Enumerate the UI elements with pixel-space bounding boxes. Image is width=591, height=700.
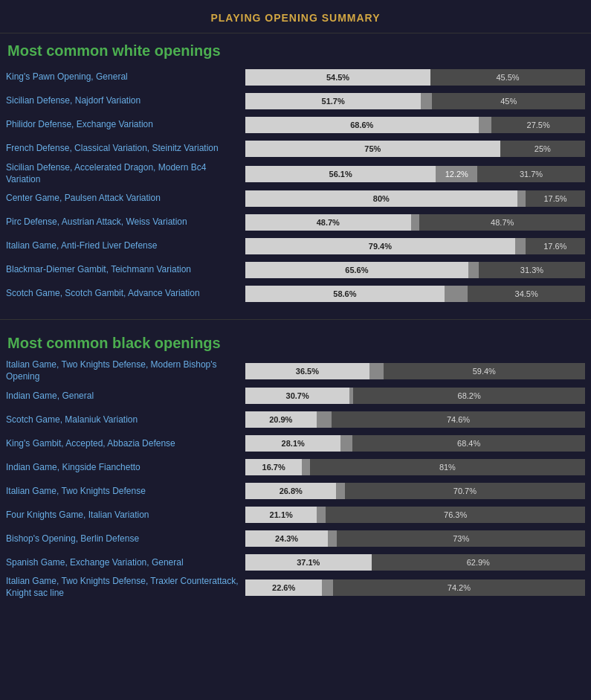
opening-name[interactable]: Sicilian Defense, Najdorf Variation bbox=[6, 95, 245, 107]
opening-name[interactable]: Scotch Game, Scotch Gambit, Advance Vari… bbox=[6, 288, 245, 300]
white-bar: 20.9% bbox=[245, 411, 317, 428]
white-bar: 22.6% bbox=[245, 579, 322, 596]
bar-container: 36.5%59.4% bbox=[245, 363, 585, 379]
opening-name[interactable]: Spanish Game, Exchange Variation, Genera… bbox=[6, 557, 245, 569]
opening-name[interactable]: King's Pawn Opening, General bbox=[6, 71, 245, 83]
black-openings-list: Italian Game, Two Knights Defense, Moder… bbox=[6, 359, 585, 599]
black-bar: 25% bbox=[500, 141, 585, 157]
table-row: Pirc Defense, Austrian Attack, Weiss Var… bbox=[6, 212, 585, 233]
draw-bar bbox=[317, 411, 332, 428]
black-bar: 73% bbox=[337, 530, 585, 547]
white-bar: 75% bbox=[245, 141, 500, 157]
white-bar: 26.8% bbox=[245, 483, 336, 499]
bar-container: 22.6%74.2% bbox=[245, 579, 585, 596]
table-row: Center Game, Paulsen Attack Variation80%… bbox=[6, 188, 585, 209]
black-bar: 34.5% bbox=[468, 286, 585, 302]
white-bar: 51.7% bbox=[245, 93, 421, 109]
opening-name[interactable]: Blackmar-Diemer Gambit, Teichmann Variat… bbox=[6, 264, 245, 276]
draw-bar bbox=[340, 435, 352, 452]
black-bar: 17.6% bbox=[526, 238, 585, 254]
page-container: PLAYING OPENING SUMMARY Most common whit… bbox=[0, 0, 591, 609]
opening-name[interactable]: Center Game, Paulsen Attack Variation bbox=[6, 193, 245, 205]
draw-bar: 12.2% bbox=[436, 166, 477, 182]
white-bar: 30.7% bbox=[245, 388, 349, 404]
table-row: Indian Game, Kingside Fianchetto16.7%81% bbox=[6, 457, 585, 478]
bar-container: 56.1%12.2%31.7% bbox=[245, 166, 585, 182]
draw-bar bbox=[317, 507, 326, 523]
table-row: Italian Game, Anti-Fried Liver Defense79… bbox=[6, 236, 585, 257]
bar-container: 37.1%62.9% bbox=[245, 554, 585, 571]
bar-container: 58.6%34.5% bbox=[245, 286, 585, 302]
black-bar: 68.4% bbox=[352, 435, 585, 452]
black-bar: 76.3% bbox=[326, 507, 585, 523]
draw-bar bbox=[328, 530, 337, 547]
bar-container: 65.6%31.3% bbox=[245, 262, 585, 278]
white-bar: 54.5% bbox=[245, 69, 430, 86]
black-bar: 62.9% bbox=[372, 554, 585, 571]
opening-name[interactable]: Italian Game, Two Knights Defense, Traxl… bbox=[6, 576, 245, 599]
table-row: Blackmar-Diemer Gambit, Teichmann Variat… bbox=[6, 260, 585, 280]
black-bar: 59.4% bbox=[384, 363, 585, 379]
white-bar: 28.1% bbox=[245, 435, 340, 452]
table-row: Italian Game, Two Knights Defense, Moder… bbox=[6, 359, 585, 382]
black-bar: 74.2% bbox=[333, 579, 585, 596]
bar-container: 80%17.5% bbox=[245, 190, 585, 207]
table-row: King's Pawn Opening, General54.5%45.5% bbox=[6, 67, 585, 88]
bar-container: 68.6%27.5% bbox=[245, 117, 585, 133]
opening-name[interactable]: Scotch Game, Malaniuk Variation bbox=[6, 414, 245, 426]
bar-container: 54.5%45.5% bbox=[245, 69, 585, 86]
white-bar: 37.1% bbox=[245, 554, 372, 571]
draw-bar bbox=[336, 483, 344, 499]
white-bar: 21.1% bbox=[245, 507, 317, 523]
table-row: Italian Game, Two Knights Defense26.8%70… bbox=[6, 481, 585, 501]
table-row: Indian Game, General30.7%68.2% bbox=[6, 385, 585, 406]
bar-container: 48.7%48.7% bbox=[245, 214, 585, 231]
opening-name[interactable]: French Defense, Classical Variation, Ste… bbox=[6, 143, 245, 155]
white-openings-section: Most common white openings King's Pawn O… bbox=[0, 33, 591, 313]
opening-name[interactable]: Sicilian Defense, Accelerated Dragon, Mo… bbox=[6, 162, 245, 185]
white-bar: 16.7% bbox=[245, 459, 302, 475]
black-bar: 45% bbox=[432, 93, 585, 109]
bar-container: 79.4%17.6% bbox=[245, 238, 585, 254]
black-bar: 27.5% bbox=[491, 117, 585, 133]
opening-name[interactable]: Indian Game, Kingside Fianchetto bbox=[6, 462, 245, 474]
bar-container: 21.1%76.3% bbox=[245, 507, 585, 523]
black-bar: 45.5% bbox=[430, 69, 585, 86]
draw-bar bbox=[517, 190, 526, 207]
white-bar: 65.6% bbox=[245, 262, 468, 278]
white-bar: 79.4% bbox=[245, 238, 515, 254]
page-title: PLAYING OPENING SUMMARY bbox=[0, 0, 591, 33]
opening-name[interactable]: Bishop's Opening, Berlin Defense bbox=[6, 533, 245, 545]
bar-container: 24.3%73% bbox=[245, 530, 585, 547]
opening-name[interactable]: King's Gambit, Accepted, Abbazia Defense bbox=[6, 438, 245, 450]
black-openings-section: Most common black openings Italian Game,… bbox=[0, 326, 591, 608]
draw-bar bbox=[322, 579, 333, 596]
draw-bar bbox=[302, 459, 310, 475]
opening-name[interactable]: Pirc Defense, Austrian Attack, Weiss Var… bbox=[6, 216, 245, 228]
white-bar: 68.6% bbox=[245, 117, 479, 133]
opening-name[interactable]: Italian Game, Two Knights Defense bbox=[6, 486, 245, 498]
table-row: French Defense, Classical Variation, Ste… bbox=[6, 138, 585, 159]
opening-name[interactable]: Italian Game, Anti-Fried Liver Defense bbox=[6, 240, 245, 252]
bar-container: 16.7%81% bbox=[245, 459, 585, 475]
black-bar: 81% bbox=[310, 459, 585, 475]
draw-bar bbox=[515, 238, 526, 254]
white-bar: 56.1% bbox=[245, 166, 436, 182]
table-row: Philidor Defense, Exchange Variation68.6… bbox=[6, 115, 585, 135]
black-bar: 17.5% bbox=[526, 190, 585, 207]
opening-name[interactable]: Italian Game, Two Knights Defense, Moder… bbox=[6, 359, 245, 382]
opening-name[interactable]: Four Knights Game, Italian Variation bbox=[6, 510, 245, 521]
table-row: Bishop's Opening, Berlin Defense24.3%73% bbox=[6, 528, 585, 549]
white-bar: 36.5% bbox=[245, 363, 369, 379]
black-bar: 31.7% bbox=[477, 166, 585, 182]
bar-container: 26.8%70.7% bbox=[245, 483, 585, 499]
opening-name[interactable]: Philidor Defense, Exchange Variation bbox=[6, 119, 245, 131]
white-section-title: Most common white openings bbox=[6, 42, 585, 60]
white-bar: 80% bbox=[245, 190, 517, 207]
table-row: Sicilian Defense, Najdorf Variation51.7%… bbox=[6, 91, 585, 112]
draw-bar bbox=[479, 117, 492, 133]
black-section-title: Most common black openings bbox=[6, 335, 585, 352]
draw-bar bbox=[369, 363, 384, 379]
opening-name[interactable]: Indian Game, General bbox=[6, 391, 245, 402]
white-openings-list: King's Pawn Opening, General54.5%45.5%Si… bbox=[6, 67, 585, 304]
